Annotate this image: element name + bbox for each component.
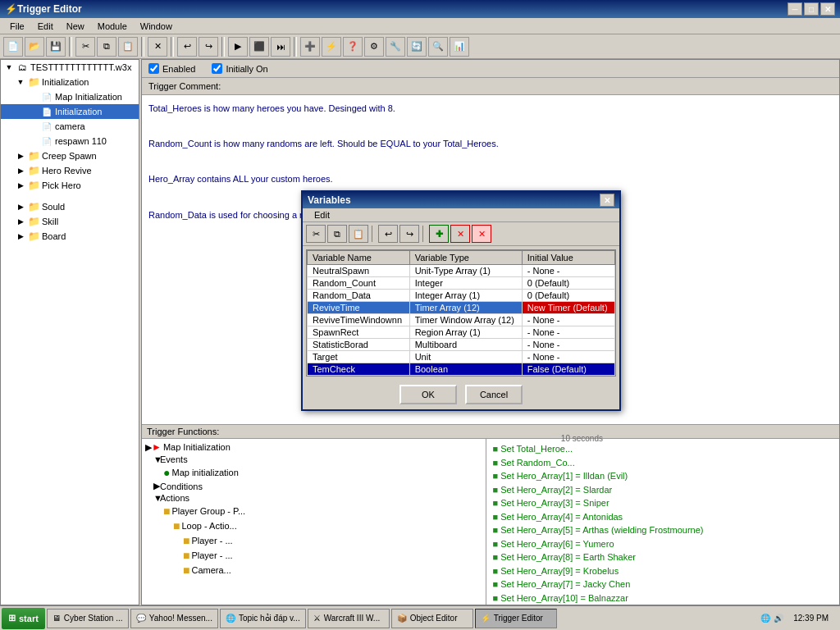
row-random-data-name[interactable]: Random_Data: [308, 290, 410, 302]
tree-initialization[interactable]: 📄 Initialization: [1, 104, 139, 119]
toolbar-add-trigger[interactable]: ➕: [300, 37, 320, 57]
row-random-count-name[interactable]: Random_Count: [308, 277, 410, 290]
initially-on-label[interactable]: Initially On: [212, 63, 267, 74]
dialog-close-btn[interactable]: ✕: [600, 194, 614, 207]
start-button[interactable]: ⊞ start: [2, 608, 45, 629]
toolbar-step[interactable]: ⏭: [271, 37, 290, 57]
toolbar-options[interactable]: 🔧: [386, 37, 405, 57]
trigger-tree[interactable]: ▼ 🗂 TESTTTTTTTTTTTT.w3x ▼ 📁 Initializati…: [0, 59, 139, 605]
menu-file[interactable]: File: [3, 20, 31, 33]
expand-sould[interactable]: ▶: [14, 200, 27, 213]
func-map-init[interactable]: ▶ ► Map Initialization: [144, 441, 484, 454]
tree-root[interactable]: ▼ 🗂 TESTTTTTTTTTTTT.w3x: [1, 60, 139, 75]
maximize-button[interactable]: □: [804, 2, 819, 16]
tree-map-init[interactable]: 📄 Map Initialization: [1, 89, 139, 104]
toolbar-copy[interactable]: ⧉: [97, 37, 116, 57]
table-row[interactable]: StatisticBorad Multiboard - None -: [308, 339, 615, 351]
func-actions[interactable]: ▼ Actions: [144, 492, 484, 504]
toolbar-paste[interactable]: 📋: [118, 37, 138, 57]
toolbar-open[interactable]: 📂: [25, 37, 44, 57]
tree-hero-revive[interactable]: ▶ 📁 Hero Revive: [1, 163, 139, 178]
dialog-edit-menu[interactable]: Edit: [308, 208, 336, 221]
toolbar-refresh[interactable]: 🔄: [407, 37, 427, 57]
tree-board[interactable]: ▶ 📁 Board: [1, 229, 139, 244]
dlg-redo[interactable]: ↪: [399, 225, 419, 243]
taskbar-topic[interactable]: 🌐 Topic hỏi đáp v...: [220, 609, 306, 628]
tree-camera[interactable]: 📄 camera: [1, 119, 139, 134]
taskbar-warcraft[interactable]: ⚔ Warcraft III W...: [308, 609, 390, 628]
expand-root[interactable]: ▼: [2, 61, 16, 74]
dlg-undo[interactable]: ↩: [378, 225, 398, 243]
toolbar-delete[interactable]: ✕: [148, 37, 167, 57]
table-row[interactable]: ReviveTimeWindownn Timer Window Array (1…: [308, 314, 615, 326]
dlg-paste[interactable]: 📋: [349, 225, 368, 243]
close-button[interactable]: ✕: [820, 2, 835, 16]
initially-on-checkbox[interactable]: [212, 63, 222, 74]
func-loop[interactable]: ■ Loop - Actio...: [144, 518, 484, 533]
func-events[interactable]: ▼ Events: [144, 454, 484, 465]
dlg-delete1[interactable]: ✕: [450, 225, 470, 243]
functions-tree[interactable]: ▶ ► Map Initialization ▼ Events ● Map in…: [142, 439, 486, 605]
menu-new[interactable]: New: [60, 20, 91, 33]
toolbar-undo[interactable]: ↩: [177, 37, 197, 57]
expand-pick-hero[interactable]: ▶: [14, 179, 27, 192]
expand-hero-revive[interactable]: ▶: [14, 164, 27, 177]
dlg-delete2[interactable]: ✕: [472, 225, 491, 243]
expand-creep[interactable]: ▶: [14, 149, 27, 162]
func-map-init-event[interactable]: ● Map initialization: [144, 465, 484, 480]
tree-creep-spawn[interactable]: ▶ 📁 Creep Spawn: [1, 148, 139, 163]
dialog-cancel-button[interactable]: Cancel: [465, 385, 523, 404]
tree-pick-hero[interactable]: ▶ 📁 Pick Hero: [1, 178, 139, 193]
func-player-1[interactable]: ■ Player - ...: [144, 533, 484, 548]
toolbar-add-event[interactable]: ⚡: [322, 37, 341, 57]
tree-skill[interactable]: ▶ 📁 Skill: [1, 214, 139, 229]
table-row[interactable]: NeutralSpawn Unit-Type Array (1) - None …: [308, 265, 615, 277]
menu-window[interactable]: Window: [134, 20, 179, 33]
expand-board[interactable]: ▶: [14, 230, 27, 243]
toolbar-play[interactable]: ▶: [228, 37, 248, 57]
variables-dialog[interactable]: Variables ✕ Edit ✂ ⧉ 📋 ↩ ↪ ✚ ✕ ✕: [301, 190, 621, 411]
table-row-temcheck[interactable]: TemCheck Boolean False (Default): [308, 363, 615, 376]
table-row[interactable]: Random_Count Integer 0 (Default): [308, 277, 615, 290]
row-statisticboard-name[interactable]: StatisticBorad: [308, 339, 410, 351]
row-revivetime-name[interactable]: ReviveTime: [308, 302, 410, 314]
func-player-group[interactable]: ■ Player Group - P...: [144, 504, 484, 518]
toolbar-redo[interactable]: ↪: [199, 37, 218, 57]
row-temcheck-name[interactable]: TemCheck: [308, 363, 410, 376]
variables-table-container[interactable]: Variable Name Variable Type Initial Valu…: [306, 249, 616, 377]
func-player-2[interactable]: ■ Player - ...: [144, 548, 484, 563]
row-spawnrect-name[interactable]: SpawnRect: [308, 326, 410, 339]
dlg-add[interactable]: ✚: [429, 225, 449, 243]
toolbar-add-action[interactable]: ⚙: [364, 37, 384, 57]
row-tempgroup-name[interactable]: TempGroup: [308, 376, 410, 377]
toolbar-save[interactable]: 💾: [46, 37, 66, 57]
func-conditions[interactable]: ▶ Conditions: [144, 480, 484, 492]
taskbar-object[interactable]: 📦 Object Editor: [391, 609, 473, 628]
table-row-revivetime[interactable]: ReviveTime Timer Array (12) New Timer (D…: [308, 302, 615, 314]
tree-sould[interactable]: ▶ 📁 Sould: [1, 199, 139, 214]
menu-edit[interactable]: Edit: [31, 20, 60, 33]
toolbar-cut[interactable]: ✂: [75, 37, 95, 57]
dlg-copy[interactable]: ⧉: [327, 225, 347, 243]
toolbar-zoom[interactable]: 🔍: [428, 37, 448, 57]
expand-skill[interactable]: ▶: [14, 215, 27, 228]
enabled-checkbox-label[interactable]: Enabled: [148, 63, 195, 74]
menu-module[interactable]: Module: [91, 20, 134, 33]
toolbar-add-condition[interactable]: ❓: [343, 37, 363, 57]
toolbar-new[interactable]: 📄: [3, 37, 23, 57]
row-target-name[interactable]: Target: [308, 351, 410, 363]
dialog-ok-button[interactable]: OK: [399, 385, 457, 404]
tree-respawn[interactable]: 📄 respawn 110: [1, 134, 139, 148]
table-row[interactable]: TempGroup Unit Group Empty Unit Group (: [308, 376, 615, 377]
table-row[interactable]: Random_Data Integer Array (1) 0 (Default…: [308, 290, 615, 302]
taskbar-cyber[interactable]: 🖥 Cyber Station ...: [47, 609, 129, 628]
taskbar-yahoo[interactable]: 💬 Yahoo! Messen...: [130, 609, 218, 628]
tree-initialization-folder[interactable]: ▼ 📁 Initialization: [1, 75, 139, 89]
toolbar-filter[interactable]: 📊: [450, 37, 469, 57]
dlg-scissors[interactable]: ✂: [306, 225, 326, 243]
func-camera[interactable]: ■ Camera...: [144, 563, 484, 578]
enabled-checkbox[interactable]: [148, 63, 159, 74]
table-row[interactable]: Target Unit - None -: [308, 351, 615, 363]
table-row[interactable]: SpawnRect Region Array (1) - None -: [308, 326, 615, 339]
expand-init[interactable]: ▼: [14, 75, 27, 89]
